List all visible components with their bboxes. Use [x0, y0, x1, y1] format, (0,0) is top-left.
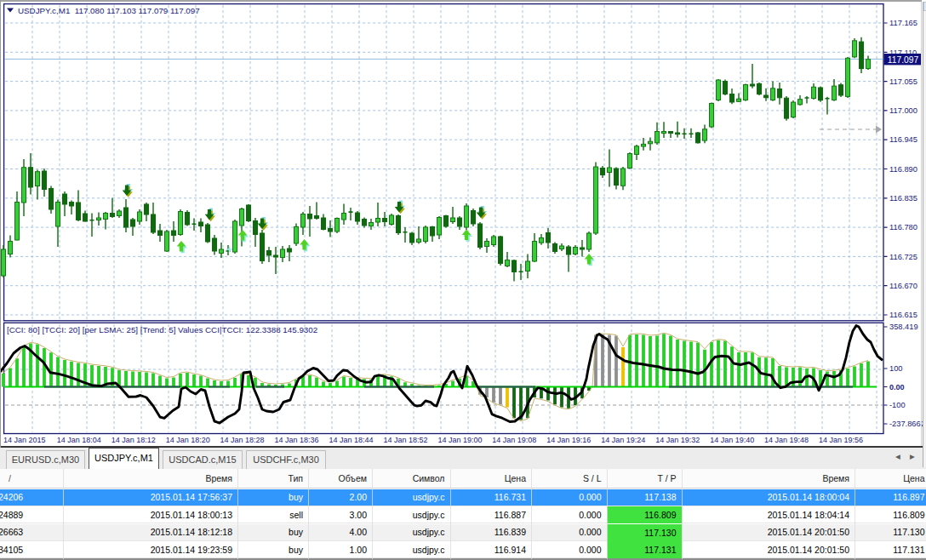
svg-text:14 Jan 19:00: 14 Jan 19:00	[437, 436, 482, 444]
svg-text:117.165: 117.165	[889, 19, 917, 27]
svg-text:116.890: 116.890	[889, 165, 917, 174]
svg-text:USDJPY.c,M1 117.080 117.103 1: USDJPY.c,M1 117.080 117.103 117.079 117.…	[18, 6, 200, 15]
svg-text:14 Jan 19:16: 14 Jan 19:16	[546, 436, 591, 444]
svg-text:116.835: 116.835	[889, 194, 917, 203]
svg-text:[CCI: 80] [TCCI: 20] [per LSMA: [CCI: 80] [TCCI: 20] [per LSMA: 25] [Tre…	[7, 325, 317, 334]
svg-text:14 Jan 18:44: 14 Jan 18:44	[329, 436, 373, 444]
svg-text:-237.8662: -237.8662	[889, 420, 925, 428]
svg-text:117.000: 117.000	[889, 106, 917, 115]
svg-text:14 Jan 18:12: 14 Jan 18:12	[111, 436, 156, 444]
svg-text:358.419: 358.419	[889, 323, 918, 331]
svg-text:0.00: 0.00	[889, 383, 905, 391]
svg-text:14 Jan 19:24: 14 Jan 19:24	[601, 436, 645, 444]
svg-text:116.780: 116.780	[889, 223, 917, 231]
svg-text:14 Jan 18:28: 14 Jan 18:28	[220, 436, 265, 444]
svg-text:14 Jan 19:56: 14 Jan 19:56	[819, 436, 863, 444]
svg-text:14 Jan 19:32: 14 Jan 19:32	[655, 436, 700, 444]
svg-text:14 Jan 18:04: 14 Jan 18:04	[57, 436, 101, 444]
svg-text:14 Jan 18:20: 14 Jan 18:20	[166, 436, 210, 444]
svg-text:14 Jan 19:40: 14 Jan 19:40	[710, 436, 754, 444]
svg-text:117.097: 117.097	[888, 55, 919, 65]
svg-text:14 Jan 19:48: 14 Jan 19:48	[764, 436, 809, 444]
svg-text:116.945: 116.945	[889, 135, 917, 144]
svg-text:14 Jan 18:36: 14 Jan 18:36	[275, 436, 319, 444]
svg-text:117.055: 117.055	[889, 77, 917, 86]
svg-text:100: 100	[889, 364, 903, 373]
svg-text:116.670: 116.670	[889, 282, 917, 290]
svg-text:116.615: 116.615	[889, 311, 917, 319]
svg-text:14 Jan 19:08: 14 Jan 19:08	[492, 436, 536, 444]
svg-text:14 Jan 18:52: 14 Jan 18:52	[383, 436, 427, 444]
svg-text:-100: -100	[889, 401, 906, 409]
svg-text:116.725: 116.725	[889, 253, 917, 261]
svg-text:14 Jan 2015: 14 Jan 2015	[3, 436, 46, 444]
